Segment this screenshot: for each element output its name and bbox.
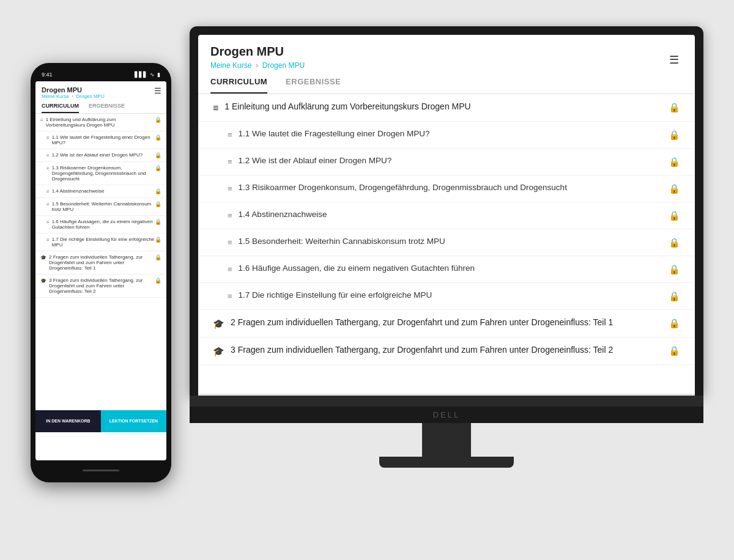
- phone-title: Drogen MPU: [42, 86, 160, 94]
- bottom-bar: WARENKORB ➥ BEGINNEN: [198, 394, 695, 396]
- wifi-icon: ∿: [150, 72, 155, 78]
- list-icon: ≡: [228, 211, 232, 220]
- monitor-border: Drogen MPU Meine Kurse › Drogen MPU CURR…: [190, 26, 703, 396]
- item-text: 1.1 Wie lautet die Fragestellung einer D…: [239, 129, 430, 138]
- phone-item-left: ≡ 1.4 Abstinenznachweise: [46, 188, 155, 194]
- item-text: 3 Fragen zum individuellen Tathergang, z…: [231, 345, 613, 355]
- phone-item-left: ≡ 1.7 Die richtige Einstellung für eine …: [46, 237, 155, 248]
- item-left: ≡ 1.4 Abstinenznachweise: [228, 210, 669, 220]
- phone-tab-ergebnisse[interactable]: ERGEBNISSE: [89, 103, 125, 113]
- monitor-screen: Drogen MPU Meine Kurse › Drogen MPU CURR…: [198, 35, 695, 396]
- lock-icon: 🔒: [669, 264, 680, 275]
- curriculum-item[interactable]: ≡ 1.6 Häufige Aussagen, die zu einem neg…: [198, 256, 695, 283]
- battery-icon: ▮: [157, 72, 160, 78]
- tab-curriculum[interactable]: CURRICULUM: [210, 77, 267, 94]
- phone-curriculum-item[interactable]: 🎓 3 Fragen zum individuellen Tathergang,…: [35, 274, 166, 298]
- monitor: Drogen MPU Meine Kurse › Drogen MPU CURR…: [190, 26, 703, 468]
- home-bar-line: [83, 470, 119, 471]
- phone-lock-icon: 🔒: [155, 134, 161, 141]
- curriculum-item[interactable]: 🎓 2 Fragen zum individuellen Tathergang,…: [198, 310, 695, 337]
- curriculum-list: ≡ 1 Einleitung und Aufklärung zum Vorber…: [198, 94, 695, 394]
- item-left: ≡ 1.7 Die richtige Einstellung für eine …: [228, 290, 669, 301]
- curriculum-item[interactable]: ≡ 1 Einleitung und Aufklärung zum Vorber…: [198, 94, 695, 122]
- phone-tab-curriculum[interactable]: CURRICULUM: [42, 103, 79, 113]
- phone-list-icon: ≡: [46, 202, 50, 207]
- phone-list-icon: ≡: [46, 189, 50, 194]
- lock-icon: 🔒: [669, 291, 680, 302]
- phone-item-text: 1 Einleitung und Aufklärung zum Vorberei…: [46, 117, 155, 128]
- phone-lock-icon: 🔒: [155, 188, 161, 194]
- phone-lock-icon: 🔒: [155, 152, 161, 158]
- item-text: 1 Einleitung und Aufklärung zum Vorberei…: [224, 101, 470, 111]
- phone-bottom-bar: IN DEN WARENKORB LEKTION FORTSETZEN: [35, 410, 166, 432]
- phone-curriculum-item[interactable]: 🎓 2 Fragen zum individuellen Tathergang,…: [35, 251, 166, 274]
- phone-breadcrumb-parent[interactable]: Meine Kurse: [42, 94, 69, 99]
- curriculum-item[interactable]: 🎓 3 Fragen zum individuellen Tathergang,…: [198, 337, 695, 365]
- lock-icon: 🔒: [669, 130, 680, 141]
- phone-screen: Drogen MPU Meine Kurse › Drogen MPU CURR…: [35, 81, 166, 460]
- phone-curriculum-item[interactable]: ≡ 1.6 Häufige Aussagen, die zu einem neg…: [35, 216, 166, 234]
- phone-item-left: ≡ 1.6 Häufige Aussagen, die zu einem neg…: [46, 219, 155, 230]
- lock-icon: 🔒: [669, 157, 680, 168]
- phone-item-text: 1.6 Häufige Aussagen, die zu einem negat…: [52, 219, 155, 230]
- lock-icon: 🔒: [669, 102, 680, 113]
- item-text: 1.3 Risikoarmer Drogenkonsum, Drogengefä…: [239, 183, 567, 192]
- phone-home-bar: [35, 465, 166, 475]
- phone-lock-icon: 🔒: [155, 237, 161, 243]
- item-text: 2 Fragen zum individuellen Tathergang, z…: [231, 317, 613, 327]
- item-left: ≡ 1.3 Risikoarmer Drogenkonsum, Drogenge…: [228, 183, 669, 193]
- phone-curriculum-item[interactable]: ≡ 1.3 Risikoarmer Drogenkonsum, Drogenge…: [35, 162, 166, 185]
- phone-item-left: 🎓 2 Fragen zum individuellen Tathergang,…: [40, 254, 155, 271]
- menu-icon[interactable]: ☰: [669, 53, 679, 67]
- lock-icon: 🔒: [669, 237, 680, 248]
- phone-lock-icon: 🔒: [155, 219, 161, 225]
- phone-item-text: 1.1 Wie lautet die Fragestellung einer D…: [52, 134, 155, 146]
- curriculum-item[interactable]: ≡ 1.4 Abstinenznachweise 🔒: [198, 202, 695, 229]
- curriculum-item[interactable]: ≡ 1.2 Wie ist der Ablauf einer Drogen MP…: [198, 149, 695, 175]
- phone-item-text: 3 Fragen zum individuellen Tathergang, z…: [49, 278, 155, 294]
- phone-curriculum-item[interactable]: ≡ 1.2 Wie ist der Ablauf einer Drogen MP…: [35, 149, 166, 162]
- phone-curriculum-item[interactable]: ≡ 1 Einleitung und Aufklärung zum Vorber…: [35, 114, 166, 131]
- item-left: 🎓 2 Fragen zum individuellen Tathergang,…: [213, 317, 669, 330]
- phone-list-icon: ≡: [46, 219, 50, 225]
- tabs-container: CURRICULUM ERGEBNISSE: [210, 77, 683, 94]
- screen-header: Drogen MPU Meine Kurse › Drogen MPU CURR…: [198, 35, 695, 94]
- phone-item-text: 1.7 Die richtige Einstellung für eine er…: [52, 237, 155, 248]
- phone-list-icon: ≡: [46, 237, 50, 243]
- phone-lektion-button[interactable]: LEKTION FORTSETZEN: [101, 410, 166, 432]
- monitor-stand-base: [379, 457, 514, 468]
- phone: 9:41 ▋▋▋ ∿ ▮ Drogen MPU Meine Kurse › Dr…: [31, 63, 171, 482]
- mortarboard-icon: 🎓: [213, 319, 224, 330]
- phone-outer: 9:41 ▋▋▋ ∿ ▮ Drogen MPU Meine Kurse › Dr…: [31, 63, 171, 482]
- item-left: ≡ 1.5 Besonderheit: Weiterhin Cannabisko…: [228, 237, 669, 247]
- phone-item-left: ≡ 1 Einleitung und Aufklärung zum Vorber…: [40, 117, 155, 128]
- item-left: ≡ 1 Einleitung und Aufklärung zum Vorber…: [213, 101, 669, 114]
- item-text: 1.7 Die richtige Einstellung für eine er…: [239, 290, 432, 300]
- phone-item-left: 🎓 3 Fragen zum individuellen Tathergang,…: [40, 278, 155, 294]
- list-icon: ≡: [228, 157, 232, 166]
- curriculum-item[interactable]: ≡ 1.3 Risikoarmer Drogenkonsum, Drogenge…: [198, 175, 695, 202]
- phone-menu-icon[interactable]: ☰: [154, 86, 161, 95]
- list-icon: ≡: [228, 184, 232, 193]
- phone-curriculum-item[interactable]: ≡ 1.4 Abstinenznachweise 🔒: [35, 185, 166, 198]
- curriculum-item[interactable]: ≡ 1.7 Die richtige Einstellung für eine …: [198, 283, 695, 310]
- curriculum-item[interactable]: ≡ 1.1 Wie lautet die Fragestellung einer…: [198, 122, 695, 149]
- phone-curriculum-item[interactable]: ≡ 1.7 Die richtige Einstellung für eine …: [35, 234, 166, 251]
- phone-time: 9:41: [42, 72, 53, 78]
- lock-icon: 🔒: [669, 210, 680, 221]
- phone-warenkorb-button[interactable]: IN DEN WARENKORB: [35, 410, 101, 432]
- phone-item-text: 1.2 Wie ist der Ablauf einer Drogen MPU?: [52, 152, 143, 158]
- phone-item-left: ≡ 1.1 Wie lautet die Fragestellung einer…: [46, 134, 155, 146]
- phone-curriculum-item[interactable]: ≡ 1.1 Wie lautet die Fragestellung einer…: [35, 131, 166, 149]
- tab-ergebnisse[interactable]: ERGEBNISSE: [286, 77, 341, 94]
- breadcrumb-current[interactable]: Drogen MPU: [262, 61, 305, 70]
- phone-header: Drogen MPU Meine Kurse › Drogen MPU CURR…: [35, 81, 166, 114]
- scene: Drogen MPU Meine Kurse › Drogen MPU CURR…: [31, 14, 703, 546]
- phone-breadcrumb-current[interactable]: Drogen MPU: [76, 94, 104, 99]
- phone-curriculum-item[interactable]: ≡ 1.5 Besonderheit: Weiterhin Cannabisko…: [35, 198, 166, 216]
- list-icon: ≡: [228, 265, 232, 274]
- monitor-brand: DELL: [190, 407, 703, 423]
- item-left: ≡ 1.1 Wie lautet die Fragestellung einer…: [228, 129, 669, 139]
- curriculum-item[interactable]: ≡ 1.5 Besonderheit: Weiterhin Cannabisko…: [198, 229, 695, 256]
- breadcrumb-parent[interactable]: Meine Kurse: [210, 61, 251, 70]
